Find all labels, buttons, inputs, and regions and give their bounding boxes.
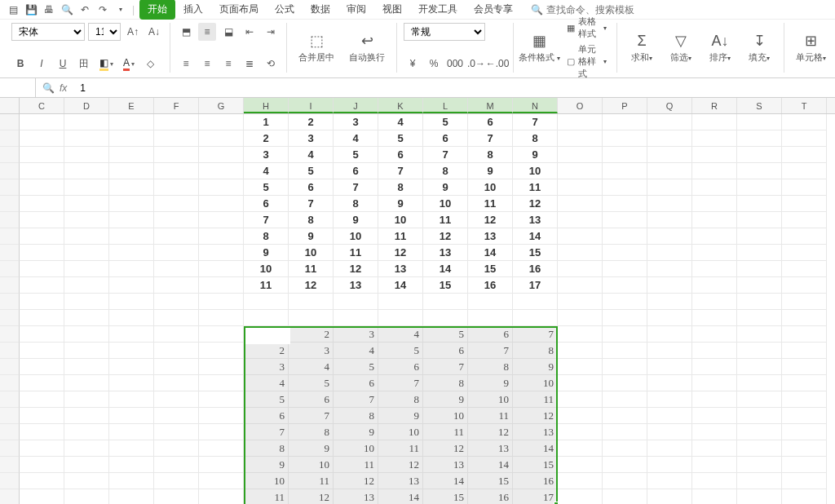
cell[interactable] <box>20 457 64 473</box>
cell[interactable] <box>692 310 737 326</box>
cell[interactable]: 15 <box>423 277 468 294</box>
cell[interactable] <box>603 408 647 424</box>
cell[interactable]: 11 <box>334 457 378 473</box>
cell[interactable] <box>558 163 603 179</box>
cell[interactable]: 9 <box>378 408 423 424</box>
cell[interactable] <box>199 489 244 504</box>
cell[interactable]: 16 <box>513 261 558 277</box>
cell[interactable] <box>782 343 827 359</box>
cell[interactable] <box>20 343 64 359</box>
cell[interactable] <box>20 228 64 245</box>
cell[interactable]: 5 <box>244 179 289 196</box>
cell[interactable]: 9 <box>289 440 334 457</box>
cell[interactable]: 13 <box>468 440 513 457</box>
cell[interactable] <box>782 489 827 504</box>
cell[interactable] <box>334 294 378 310</box>
cell[interactable] <box>378 294 423 310</box>
cell[interactable]: 13 <box>334 489 378 504</box>
rowhead[interactable] <box>0 408 20 424</box>
comma-icon[interactable]: 000 <box>446 55 464 73</box>
cell[interactable]: 8 <box>289 212 334 228</box>
cell[interactable] <box>109 489 154 504</box>
cell[interactable] <box>199 359 244 375</box>
cell[interactable] <box>64 408 109 424</box>
cell[interactable] <box>782 130 827 147</box>
name-box[interactable] <box>0 78 36 97</box>
cell[interactable]: 10 <box>378 212 423 228</box>
cell[interactable]: 13 <box>423 245 468 261</box>
fill-button[interactable]: ↧填充▾ <box>741 30 777 65</box>
rowhead[interactable] <box>0 130 20 147</box>
cell[interactable] <box>692 261 737 277</box>
cell[interactable] <box>737 212 782 228</box>
cell[interactable] <box>647 473 692 489</box>
cell[interactable] <box>109 326 154 343</box>
cell[interactable] <box>154 245 199 261</box>
cell[interactable]: 8 <box>334 196 378 212</box>
cell[interactable]: 7 <box>468 130 513 147</box>
cell[interactable] <box>154 424 199 440</box>
merge-cells-button[interactable]: ⬚ 合并居中 <box>294 23 339 73</box>
cell[interactable]: 11 <box>423 212 468 228</box>
cell[interactable]: 7 <box>334 179 378 196</box>
cell[interactable] <box>199 391 244 408</box>
cell[interactable] <box>782 277 827 294</box>
cell[interactable] <box>199 457 244 473</box>
cell[interactable] <box>109 228 154 245</box>
clear-format-icon[interactable]: ◇ <box>141 55 159 73</box>
cell[interactable]: 7 <box>468 343 513 359</box>
cell[interactable]: 3 <box>334 326 378 343</box>
cell[interactable] <box>647 261 692 277</box>
cell[interactable] <box>603 489 647 504</box>
cell[interactable]: 7 <box>289 196 334 212</box>
cell[interactable] <box>647 294 692 310</box>
cell[interactable] <box>737 147 782 163</box>
cell[interactable]: 6 <box>468 114 513 130</box>
cell[interactable]: 10 <box>513 163 558 179</box>
cell[interactable] <box>20 424 64 440</box>
cell[interactable] <box>20 440 64 457</box>
cell[interactable]: 14 <box>468 457 513 473</box>
cell[interactable]: 2 <box>244 130 289 147</box>
cell[interactable]: 12 <box>378 457 423 473</box>
cell[interactable] <box>64 163 109 179</box>
file-icon[interactable]: ▤ <box>7 3 20 16</box>
cell[interactable] <box>154 147 199 163</box>
cell[interactable] <box>199 245 244 261</box>
align-left-icon[interactable]: ≡ <box>177 55 195 73</box>
cell[interactable]: 16 <box>513 473 558 489</box>
rowhead[interactable] <box>0 196 20 212</box>
font-name-select[interactable]: 宋体 <box>11 23 85 41</box>
percent-icon[interactable]: % <box>425 55 443 73</box>
cell[interactable] <box>737 326 782 343</box>
cell[interactable]: 4 <box>378 326 423 343</box>
cell[interactable]: 2 <box>289 326 334 343</box>
cell[interactable] <box>782 408 827 424</box>
cell[interactable] <box>20 277 64 294</box>
align-top-icon[interactable]: ⬒ <box>177 23 195 41</box>
cell[interactable]: 5 <box>289 375 334 391</box>
cell[interactable] <box>20 473 64 489</box>
cell[interactable] <box>558 212 603 228</box>
cell[interactable] <box>154 212 199 228</box>
table-style-button[interactable]: ▦表格样式▾ <box>563 14 611 42</box>
cell[interactable] <box>647 114 692 130</box>
cell[interactable] <box>558 228 603 245</box>
cell[interactable]: 11 <box>513 391 558 408</box>
cell[interactable] <box>647 196 692 212</box>
cell[interactable] <box>692 440 737 457</box>
cell[interactable]: 3 <box>289 343 334 359</box>
cell[interactable]: 8 <box>513 130 558 147</box>
cell[interactable]: 13 <box>378 473 423 489</box>
cells-button[interactable]: ⊞单元格▾ <box>791 30 831 65</box>
cell[interactable] <box>20 489 64 504</box>
cell[interactable] <box>647 326 692 343</box>
cell[interactable]: 15 <box>513 245 558 261</box>
cell[interactable]: 11 <box>378 228 423 245</box>
cell[interactable]: 3 <box>244 359 289 375</box>
cell[interactable]: 15 <box>513 457 558 473</box>
colhead-I[interactable]: I <box>289 98 334 113</box>
cell[interactable] <box>558 147 603 163</box>
cell[interactable] <box>20 326 64 343</box>
cell[interactable] <box>737 179 782 196</box>
